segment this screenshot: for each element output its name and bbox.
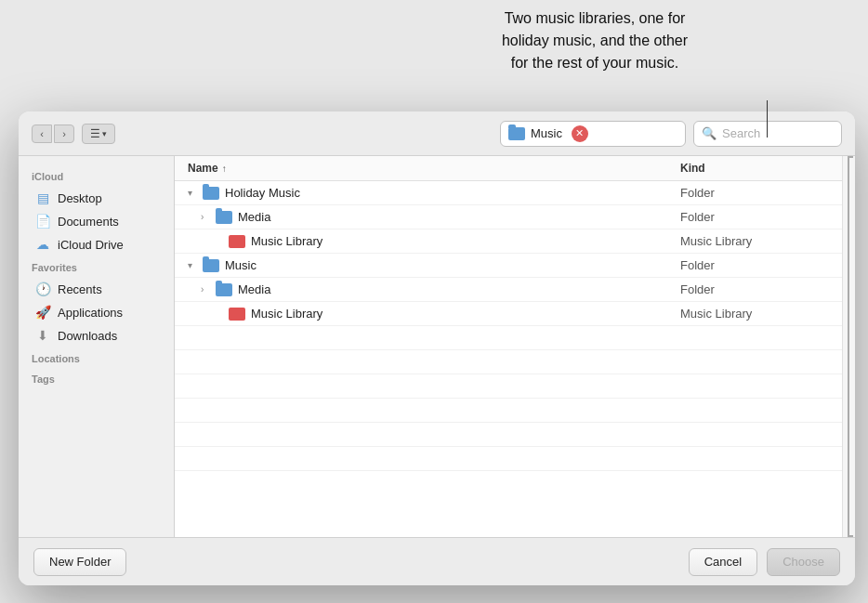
sidebar-section-tags: Tags <box>19 368 174 388</box>
toolbar: ‹ › ☰ ▾ Music ✕ 🔍 Search <box>19 111 855 156</box>
documents-icon: 📄 <box>35 214 50 229</box>
icloud-icon: ☁ <box>35 237 50 252</box>
sidebar-item-applications[interactable]: 🚀 Applications <box>22 301 170 323</box>
sidebar-item-recents[interactable]: 🕐 Recents <box>22 278 170 300</box>
table-row-empty <box>175 326 842 350</box>
bottom-bar: New Folder Cancel Choose <box>19 537 855 585</box>
column-kind-header[interactable]: Kind <box>680 162 829 175</box>
folder-icon <box>216 211 232 224</box>
back-button[interactable]: ‹ <box>32 125 52 143</box>
location-clear-button[interactable]: ✕ <box>572 125 588 142</box>
chevron-down-icon: ▾ <box>188 188 197 198</box>
folder-icon <box>216 283 232 296</box>
table-row[interactable]: ▾ Holiday Music Folder <box>175 181 842 205</box>
table-row[interactable]: ▾ Music Folder <box>175 254 842 278</box>
music-library-icon <box>229 308 245 321</box>
scrollbar-area[interactable] <box>842 156 855 537</box>
table-row-empty <box>175 447 842 471</box>
chevron-down-icon: ▾ <box>102 129 107 138</box>
search-bar[interactable]: 🔍 Search <box>693 121 842 147</box>
folder-icon <box>203 187 219 200</box>
table-row[interactable]: › Media Folder <box>175 205 842 229</box>
sort-arrow-icon: ↑ <box>222 164 227 174</box>
applications-icon: 🚀 <box>35 305 50 320</box>
sidebar-item-downloads[interactable]: ⬇ Downloads <box>22 324 170 347</box>
sidebar: iCloud ▤ Desktop 📄 Documents ☁ iCloud Dr… <box>19 156 175 537</box>
table-row-empty <box>175 399 842 423</box>
content-area: iCloud ▤ Desktop 📄 Documents ☁ iCloud Dr… <box>19 156 855 537</box>
sidebar-section-locations: Locations <box>19 347 174 368</box>
table-row[interactable]: › Media Folder <box>175 278 842 302</box>
scrollbar-bracket <box>848 156 853 537</box>
table-row-empty <box>175 374 842 399</box>
sidebar-section-icloud: iCloud <box>19 165 174 186</box>
desktop-icon: ▤ <box>35 190 50 205</box>
nav-buttons: ‹ › <box>32 125 74 143</box>
action-buttons: Cancel Choose <box>689 548 840 576</box>
tooltip-text: Two music libraries, one for holiday mus… <box>418 7 771 74</box>
search-placeholder: Search <box>722 126 760 140</box>
folder-icon <box>203 259 219 272</box>
music-library-icon <box>229 235 245 248</box>
file-list-area: Name ↑ Kind ▾ Holiday Music Folder <box>175 156 842 537</box>
location-folder-icon <box>508 127 525 140</box>
file-open-dialog: ‹ › ☰ ▾ Music ✕ 🔍 Search iCloud ▤ Deskto… <box>19 111 855 585</box>
location-name: Music <box>531 126 562 140</box>
sidebar-section-favorites: Favorites <box>19 256 174 277</box>
view-icon: ☰ <box>90 127 100 140</box>
chevron-right-icon: › <box>201 212 210 222</box>
location-bar[interactable]: Music ✕ <box>500 121 686 147</box>
chevron-right-icon: › <box>201 284 210 295</box>
sidebar-item-documents[interactable]: 📄 Documents <box>22 210 170 232</box>
cancel-button[interactable]: Cancel <box>689 548 757 576</box>
table-row[interactable]: Music Library Music Library <box>175 229 842 254</box>
file-list-header: Name ↑ Kind <box>175 156 842 181</box>
forward-button[interactable]: › <box>54 125 74 143</box>
table-row[interactable]: Music Library Music Library <box>175 302 842 326</box>
chevron-down-icon: ▾ <box>188 260 197 270</box>
column-name-header[interactable]: Name ↑ <box>188 162 680 175</box>
choose-button[interactable]: Choose <box>767 548 840 576</box>
sidebar-item-icloud-drive[interactable]: ☁ iCloud Drive <box>22 233 170 256</box>
file-list: ▾ Holiday Music Folder › Media Folder <box>175 181 842 537</box>
search-icon: 🔍 <box>702 126 717 140</box>
recents-icon: 🕐 <box>35 282 50 296</box>
table-row-empty <box>175 350 842 374</box>
new-folder-button[interactable]: New Folder <box>33 548 126 576</box>
tooltip-pointer <box>767 100 768 138</box>
view-options-button[interactable]: ☰ ▾ <box>82 124 115 144</box>
downloads-icon: ⬇ <box>35 328 50 343</box>
sidebar-item-desktop[interactable]: ▤ Desktop <box>22 187 170 209</box>
table-row-empty <box>175 423 842 447</box>
